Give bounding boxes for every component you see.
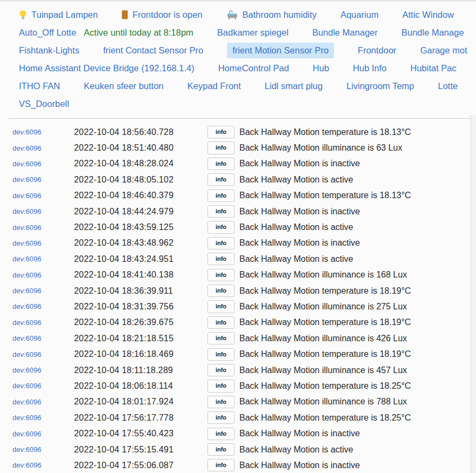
log-row: dev:60962022-10-04 17:55:06.087infoBack … (0, 457, 476, 473)
device-link-frient-motion-sensor-pro[interactable]: frient Motion Sensor Pro (227, 43, 334, 58)
device-link-label: Aquarium (340, 10, 379, 20)
log-level-info-button[interactable]: info (207, 348, 234, 361)
log-level-info-button[interactable]: info (207, 190, 234, 202)
log-message: Back Hallway Motion temperature is 18.19… (239, 349, 476, 359)
device-id-link[interactable]: dev:6096 (12, 461, 74, 469)
log-level-info-button[interactable]: info (207, 269, 234, 281)
device-link-frient-contact-sensor-pro[interactable]: frient Contact Sensor Pro (103, 45, 203, 56)
device-id-link[interactable]: dev:6096 (12, 334, 74, 342)
log-level-info-button[interactable]: info (207, 443, 234, 456)
log-level-info-button[interactable]: info (207, 237, 234, 249)
device-id-link[interactable]: dev:6096 (12, 302, 74, 310)
device-id-link[interactable]: dev:6096 (12, 207, 74, 215)
device-id-link[interactable]: dev:6096 (12, 175, 74, 184)
log-message: Back Hallway Motion temperature is 18.19… (239, 286, 476, 296)
device-id-link[interactable]: dev:6096 (12, 160, 74, 168)
log-level-info-button[interactable]: info (207, 158, 234, 170)
log-level-info-button[interactable]: info (207, 285, 234, 297)
device-link-livingroom-temp[interactable]: Livingroom Temp (346, 81, 414, 91)
device-link-label: Keuken sfeer button (84, 81, 164, 91)
bathtub-icon (226, 10, 238, 20)
device-link-itho-fan[interactable]: ITHO FAN (19, 81, 60, 91)
log-level-info-button[interactable]: info (207, 173, 234, 186)
device-id-link[interactable]: dev:6096 (12, 287, 74, 295)
log-level-info-button[interactable]: info (207, 300, 234, 313)
device-link-label: Bundle Manage (401, 28, 464, 38)
log-timestamp: 2022-10-04 17:56:17.778 (74, 413, 203, 423)
device-link-hub[interactable]: Hub (313, 63, 329, 73)
log-level-info-button[interactable]: info (207, 253, 234, 265)
log-level-info-button[interactable]: info (207, 428, 234, 440)
device-nav-item: Frontdoor (358, 45, 397, 56)
device-link-lotte[interactable]: Lotte (438, 81, 458, 91)
device-nav-item: ITHO FAN (19, 81, 60, 91)
log-message: Back Hallway Motion illuminance is 788 L… (239, 397, 476, 407)
log-level-info-button[interactable]: info (207, 316, 234, 329)
device-link-label: HomeControl Pad (218, 63, 289, 73)
device-link-label: frient Contact Sensor Pro (103, 45, 203, 56)
log-message: Back Hallway Motion is inactive (239, 238, 476, 248)
log-timestamp: 2022-10-04 18:44:24.979 (74, 207, 203, 217)
device-link-keuken-sfeer-button[interactable]: Keuken sfeer button (84, 81, 164, 91)
device-link-badkamer-spiegel[interactable]: Badkamer spiegel (217, 28, 289, 38)
device-link-aquarium[interactable]: Aquarium (340, 10, 379, 20)
device-nav-item: Frontdoor is open (122, 10, 202, 20)
device-link-bundle-manager[interactable]: Bundle Manager (312, 28, 378, 38)
log-level-info-button[interactable]: info (207, 459, 234, 471)
device-link-auto-off-lotte[interactable]: Auto_Off Lotte (19, 28, 76, 38)
device-link-bundle-manage[interactable]: Bundle Manage (401, 28, 464, 38)
log-level-info-button[interactable]: info (207, 332, 234, 344)
device-id-link[interactable]: dev:6096 (12, 192, 74, 200)
scrollbar-track[interactable] (471, 115, 476, 473)
device-id-link[interactable]: dev:6096 (12, 350, 74, 359)
device-link-home-assistant-device-bridge-192-168-1-4[interactable]: Home Assistant Device Bridge (192.168.1.… (19, 63, 195, 73)
device-link-hub-info[interactable]: Hub Info (353, 63, 386, 73)
device-link-tuinpad-lampen[interactable]: Tuinpad Lampen (19, 10, 98, 20)
device-id-link[interactable]: dev:6096 (12, 430, 74, 438)
device-link-bathroom-humidity[interactable]: Bathroom humidity (226, 10, 317, 20)
device-id-link[interactable]: dev:6096 (12, 445, 74, 454)
device-link-label: Frontdoor is open (132, 10, 202, 20)
device-link-hubitat-pac[interactable]: Hubitat Pac (410, 63, 456, 73)
device-nav: Tuinpad LampenFrontdoor is openBathroom … (0, 2, 476, 113)
device-link-homecontrol-pad[interactable]: HomeControl Pad (218, 63, 289, 73)
device-id-link[interactable]: dev:6096 (12, 144, 74, 152)
device-nav-item: Bundle Manage (401, 28, 464, 38)
device-id-link[interactable]: dev:6096 (12, 128, 74, 136)
device-id-link[interactable]: dev:6096 (12, 255, 74, 263)
device-link-frontdoor-is-open[interactable]: Frontdoor is open (122, 10, 202, 20)
log-level-info-button[interactable]: info (207, 141, 234, 154)
device-link-fishtank-lights[interactable]: Fishtank-Lights (19, 45, 79, 56)
device-link-frontdoor[interactable]: Frontdoor (358, 45, 397, 56)
device-link-label: frient Motion Sensor Pro (232, 45, 328, 56)
device-nav-item: Home Assistant Device Bridge (192.168.1.… (19, 63, 195, 73)
log-level-info-button[interactable]: info (207, 380, 234, 392)
log-level-info-button[interactable]: info (207, 126, 234, 138)
log-row: dev:60962022-10-04 18:51:40.480infoBack … (0, 140, 476, 156)
log-row: dev:60962022-10-04 18:16:18.469infoBack … (0, 346, 476, 362)
device-link-garage-mot[interactable]: Garage mot (420, 45, 467, 56)
device-id-link[interactable]: dev:6096 (12, 271, 74, 279)
log-level-info-button[interactable]: info (207, 364, 234, 376)
device-link-lidl-smart-plug[interactable]: Lidl smart plug (265, 81, 323, 91)
device-id-link[interactable]: dev:6096 (12, 239, 74, 247)
active-until-status: Active until today at 8:18pm (84, 28, 193, 38)
log-timestamp: 2022-10-04 18:31:39.756 (74, 302, 203, 312)
device-id-link[interactable]: dev:6096 (12, 382, 74, 390)
device-link-label: VS_Doorbell (19, 99, 69, 109)
log-level-info-button[interactable]: info (207, 221, 234, 233)
device-id-link[interactable]: dev:6096 (12, 319, 74, 327)
device-link-vs-doorbell[interactable]: VS_Doorbell (19, 99, 69, 109)
log-timestamp: 2022-10-04 18:56:40.728 (74, 127, 203, 137)
log-level-info-button[interactable]: info (207, 396, 234, 408)
log-row: dev:60962022-10-04 18:44:24.979infoBack … (0, 204, 476, 219)
device-link-attic-window[interactable]: Attic Window (403, 10, 454, 20)
device-id-link[interactable]: dev:6096 (12, 366, 74, 374)
device-id-link[interactable]: dev:6096 (12, 398, 74, 406)
device-id-link[interactable]: dev:6096 (12, 224, 74, 232)
device-link-keypad-front[interactable]: Keypad Front (187, 81, 241, 91)
log-level-info-button[interactable]: info (207, 411, 234, 424)
log-level-info-button[interactable]: info (207, 205, 234, 218)
device-id-link[interactable]: dev:6096 (12, 414, 74, 422)
device-nav-item: Aquarium (340, 10, 379, 20)
